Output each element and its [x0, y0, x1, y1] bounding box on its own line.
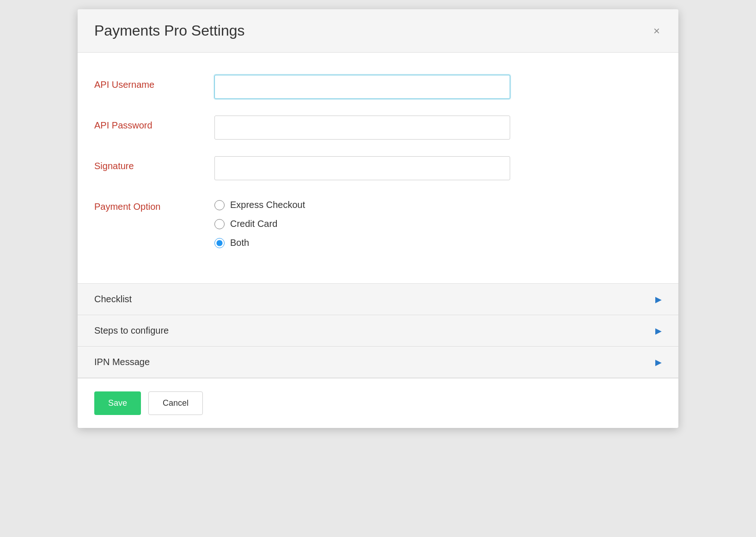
accordion-header-ipn[interactable]: IPN Message ▶ — [78, 347, 678, 378]
chevron-right-icon-steps: ▶ — [655, 327, 662, 335]
api-password-input[interactable] — [214, 116, 510, 140]
payment-option-field: Express Checkout Credit Card Both — [214, 197, 510, 248]
signature-field — [214, 156, 510, 180]
accordion-section: Checklist ▶ Steps to configure ▶ IPN Mes… — [78, 283, 678, 378]
close-button[interactable]: × — [652, 24, 662, 38]
modal-header: Payments Pro Settings × — [78, 9, 678, 53]
payment-option-radio-group: Express Checkout Credit Card Both — [214, 197, 510, 248]
api-password-label: API Password — [94, 116, 214, 131]
payment-option-row: Payment Option Express Checkout Credit C… — [94, 197, 662, 248]
accordion-title-steps: Steps to configure — [94, 325, 169, 336]
accordion-title-checklist: Checklist — [94, 294, 132, 305]
api-username-input[interactable] — [214, 75, 510, 99]
api-username-field — [214, 75, 510, 99]
signature-input[interactable] — [214, 156, 510, 180]
accordion-title-ipn: IPN Message — [94, 357, 150, 367]
radio-option-both[interactable]: Both — [214, 238, 510, 248]
modal-title: Payments Pro Settings — [94, 22, 244, 39]
chevron-right-icon-checklist: ▶ — [655, 295, 662, 304]
modal-footer: Save Cancel — [78, 378, 678, 428]
radio-both[interactable] — [214, 238, 225, 248]
signature-label: Signature — [94, 156, 214, 171]
api-password-row: API Password — [94, 116, 662, 140]
accordion-item-steps: Steps to configure ▶ — [78, 315, 678, 347]
radio-express-checkout[interactable] — [214, 200, 225, 210]
accordion-header-steps[interactable]: Steps to configure ▶ — [78, 315, 678, 346]
radio-both-label: Both — [230, 238, 249, 248]
api-password-field — [214, 116, 510, 140]
radio-express-checkout-label: Express Checkout — [230, 200, 305, 210]
save-button[interactable]: Save — [94, 391, 141, 415]
modal-body: API Username API Password Signature Paym… — [78, 53, 678, 283]
accordion-item-ipn: IPN Message ▶ — [78, 347, 678, 378]
chevron-right-icon-ipn: ▶ — [655, 358, 662, 366]
signature-row: Signature — [94, 156, 662, 180]
payment-option-label: Payment Option — [94, 197, 214, 212]
radio-credit-card[interactable] — [214, 219, 225, 229]
api-username-label: API Username — [94, 75, 214, 90]
accordion-header-checklist[interactable]: Checklist ▶ — [78, 284, 678, 315]
payments-pro-modal: Payments Pro Settings × API Username API… — [78, 9, 678, 428]
api-username-row: API Username — [94, 75, 662, 99]
cancel-button[interactable]: Cancel — [148, 391, 203, 415]
radio-option-credit-card[interactable]: Credit Card — [214, 219, 510, 229]
radio-option-express-checkout[interactable]: Express Checkout — [214, 200, 510, 210]
radio-credit-card-label: Credit Card — [230, 219, 277, 229]
accordion-item-checklist: Checklist ▶ — [78, 284, 678, 315]
